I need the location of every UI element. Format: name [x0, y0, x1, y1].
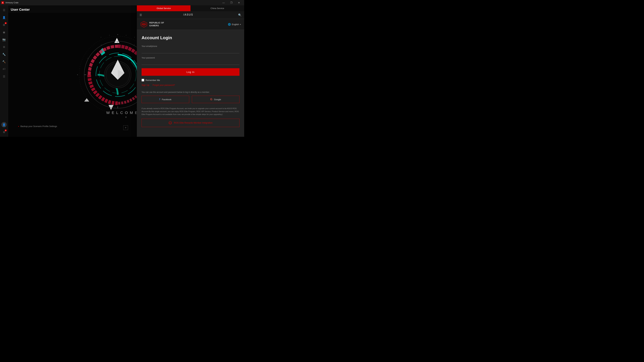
login-form: Account Login Your email/phone Your pass… [137, 30, 244, 137]
svg-text:ROG: ROG [142, 23, 146, 25]
page-title: User Center [11, 8, 30, 11]
google-icon: G [210, 98, 212, 101]
rog-elite-label: ROG Elite Rewards Member Integration [174, 121, 212, 124]
main-content: User Center [8, 5, 244, 137]
email-field-group: Your email/phone [142, 45, 240, 53]
maximize-button[interactable]: ❐ [228, 0, 235, 5]
service-tabs: Global Service China Service [137, 5, 244, 11]
sidebar-item-tags[interactable]: 🏷 [1, 66, 8, 72]
svg-text:ROG: ROG [169, 122, 172, 123]
svg-point-27 [118, 34, 118, 35]
info-icon: ☰ [3, 75, 5, 78]
sidebar-item-toolkit[interactable]: 🔨 [1, 58, 8, 65]
backup-label: Backup your Scenario Profile Settings [20, 125, 57, 128]
password-input[interactable] [142, 60, 240, 65]
rog-elite-button[interactable]: ROG ROG Elite Rewards Member Integration [142, 119, 240, 127]
sidebar-item-user[interactable]: 👤 [1, 14, 8, 21]
minimize-button[interactable]: — [220, 0, 228, 5]
facebook-icon: f [159, 98, 160, 101]
sliders-icon: ⚙ [3, 45, 5, 49]
welcome-chevron: ∨ [125, 116, 127, 118]
svg-point-30 [134, 37, 135, 37]
language-selector[interactable]: 🌐 English ▾ [228, 23, 241, 26]
tab-china-service[interactable]: China Service [190, 5, 244, 11]
facebook-button[interactable]: f Facebook [142, 96, 189, 103]
svg-marker-7 [84, 98, 89, 102]
password-field-group: Your password [142, 57, 240, 65]
rog-text-line2: GAMERS [149, 24, 164, 27]
login-button[interactable]: Log In [142, 68, 240, 76]
sidebar-item-tools[interactable]: 🔧 [1, 51, 8, 58]
login-panel: Global Service China Service ☰ /ASUS 🔍 [137, 5, 244, 137]
sidebar-item-menu[interactable]: ☰ [1, 7, 8, 13]
avatar: 👤 [1, 122, 7, 127]
svg-point-28 [126, 35, 126, 35]
rog-elite-icon: ROG [168, 121, 172, 124]
app-container: ☰ 👤 ⊞ N ◉ 📷 ⚙ 🔧 🔨 🏷 ☰ [0, 5, 244, 137]
panel-header: ☰ /ASUS 🔍 [137, 11, 244, 19]
asus-logo: /ASUS [183, 13, 197, 17]
google-button[interactable]: G Google [192, 96, 240, 103]
globe-icon: 🌐 [228, 23, 231, 26]
facebook-label: Facebook [162, 98, 172, 101]
forgot-password-link[interactable]: Forgot your password? [152, 84, 175, 86]
rog-logo-icon: ROG [140, 21, 148, 28]
title-bar: A Armoury Crate — ❐ ✕ [0, 0, 244, 5]
svg-point-31 [101, 37, 101, 37]
svg-text:/ASUS: /ASUS [183, 13, 193, 16]
title-bar-left: A Armoury Crate [1, 1, 18, 4]
user-icon: 👤 [2, 16, 6, 19]
remember-me-label: Remember Me [146, 79, 160, 81]
backup-text: ● Backup your Scenario Profile Settings [18, 125, 57, 128]
rog-promo-text: If you already owned a ROG Elite Program… [142, 107, 240, 116]
hamburger-icon[interactable]: ☰ [140, 13, 142, 16]
social-divider-text: You can use the account and password bel… [142, 91, 240, 93]
add-button[interactable]: + [123, 125, 128, 130]
svg-point-29 [109, 35, 110, 35]
backup-dot-icon: ● [18, 125, 19, 127]
rog-logo: ROG REPUBLIC OF GAMERS [140, 21, 164, 28]
tools-icon: 🔧 [2, 53, 6, 56]
menu-icon: ☰ [3, 8, 5, 12]
sidebar-item-aura[interactable]: ◉ [1, 29, 8, 35]
login-title: Account Login [142, 35, 240, 40]
settings-badge: N [5, 129, 7, 131]
sign-up-link[interactable]: Sign Up [142, 84, 149, 86]
sidebar-item-avatar[interactable]: 👤 [1, 121, 8, 128]
tab-global-service[interactable]: Global Service [137, 5, 190, 11]
aura-icon: ◉ [3, 31, 5, 34]
sidebar: ☰ 👤 ⊞ N ◉ 📷 ⚙ 🔧 🔨 🏷 ☰ [0, 5, 8, 137]
svg-point-33 [77, 74, 78, 75]
sidebar-item-devices[interactable]: ⊞ N [1, 21, 8, 28]
remember-me-row: Remember Me [142, 79, 240, 81]
avatar-icon: 👤 [2, 123, 6, 126]
sidebar-item-settings[interactable]: ⚙ N [1, 129, 8, 135]
language-chevron-icon: ▾ [240, 23, 241, 25]
sidebar-item-camera[interactable]: 📷 [1, 36, 8, 43]
rog-logo-text: REPUBLIC OF GAMERS [149, 21, 164, 27]
rog-header: ROG REPUBLIC OF GAMERS 🌐 English ▾ [137, 19, 244, 30]
title-bar-controls: — ❐ ✕ [220, 0, 243, 5]
devices-badge: N [5, 22, 7, 24]
sidebar-item-sliders[interactable]: ⚙ [1, 43, 8, 50]
password-label: Your password [142, 57, 240, 59]
search-icon[interactable]: 🔍 [238, 13, 242, 16]
social-buttons: f Facebook G Google [142, 96, 240, 103]
sidebar-item-info[interactable]: ☰ [1, 73, 8, 80]
camera-icon: 📷 [2, 38, 6, 41]
svg-marker-3 [114, 38, 120, 43]
email-label: Your email/phone [142, 45, 240, 47]
google-label: Google [214, 98, 221, 101]
app-icon: A [1, 1, 4, 4]
tags-icon: 🏷 [3, 67, 5, 70]
app-title: Armoury Crate [5, 1, 18, 4]
welcome-text: WELCOME [106, 111, 139, 115]
svg-text:A: A [2, 2, 3, 4]
rog-text-line1: REPUBLIC OF [149, 21, 164, 24]
close-button[interactable]: ✕ [235, 0, 243, 5]
form-links-row: Sign Up Forgot your password? [142, 84, 240, 86]
svg-marker-5 [108, 105, 114, 110]
remember-me-checkbox[interactable] [142, 79, 144, 81]
email-input[interactable] [142, 48, 240, 53]
language-label: English [232, 23, 239, 26]
